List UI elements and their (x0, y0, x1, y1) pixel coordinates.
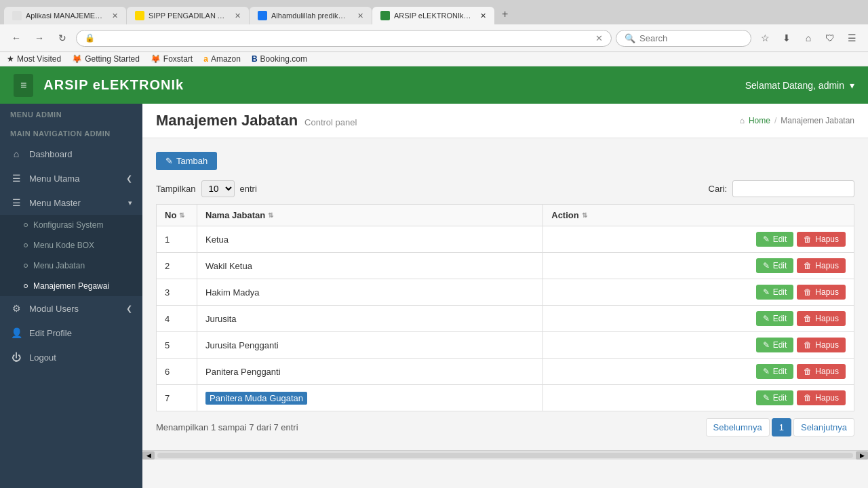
subitem-label-manajemen-pegawai: Manajemen Pegawai (33, 281, 109, 291)
cell-no: 4 (157, 306, 197, 332)
cell-action: ✎ Edit 🗑 Hapus (543, 253, 854, 279)
sidebar-item-menu-master[interactable]: ☰ Menu Master ▾ (0, 190, 142, 215)
bookmark-foxstart[interactable]: 🦊 Foxstart (151, 54, 193, 64)
page-1-button[interactable]: 1 (772, 418, 791, 436)
table-row: 6Panitera Pengganti ✎ Edit 🗑 Hapus (157, 359, 854, 385)
search-input[interactable] (639, 33, 743, 43)
sidebar-subitem-konfigurasi[interactable]: Konfigurasi System (0, 215, 142, 235)
bookmark-star-icon[interactable]: ☆ (755, 28, 774, 47)
tab-label-3: Alhamdulillah predikat A "E"... (271, 12, 349, 20)
edit-icon-4: ✎ (763, 314, 770, 323)
cell-nama-jabatan: Panitera Muda Gugatan (197, 385, 543, 411)
pagination: Sebelumnya 1 Selanjutnya (706, 418, 854, 436)
content-body: ✎ Tambah Tampilkan 10 25 50 entri (142, 138, 868, 450)
hapus-button-7[interactable]: 🗑 Hapus (797, 390, 846, 405)
page-subtitle: Control panel (304, 117, 357, 127)
edit-button-5[interactable]: ✎ Edit (756, 338, 794, 352)
entries-select[interactable]: 10 25 50 (201, 180, 235, 197)
hapus-button-4[interactable]: 🗑 Hapus (797, 311, 846, 326)
forward-button[interactable]: → (30, 28, 49, 47)
bookmark-booking[interactable]: B Booking.com (252, 54, 307, 64)
scroll-left-button[interactable]: ◀ (142, 451, 155, 460)
edit-icon-6: ✎ (763, 367, 770, 376)
prev-page-button[interactable]: Sebelumnya (706, 418, 770, 436)
sidebar-label-menu-utama: Menu Utama (29, 174, 79, 184)
sort-icon-nama: ⇅ (268, 211, 273, 219)
sidebar-item-edit-profile[interactable]: 👤 Edit Profile (0, 321, 142, 345)
address-input[interactable]: localhost/app_arsip/pegawai (99, 33, 591, 43)
search-label: Cari: (709, 184, 727, 194)
next-page-button[interactable]: Selanjutnya (793, 418, 854, 436)
bookmark-amazon[interactable]: a Amazon (203, 54, 241, 64)
sidebar-item-dashboard[interactable]: ⌂ Dashboard (0, 142, 142, 166)
edit-button-7[interactable]: ✎ Edit (756, 390, 794, 405)
sidebar-subitem-menu-jabatan[interactable]: Menu Jabatan (0, 256, 142, 276)
tab-close-2[interactable]: ✕ (235, 12, 241, 20)
browser-tab-2[interactable]: SIPP PENGADILAN AGAMA ✕ (127, 7, 249, 24)
cell-no: 3 (157, 279, 197, 306)
menu-icon[interactable]: ☰ (842, 28, 861, 47)
hapus-button-3[interactable]: 🗑 Hapus (797, 285, 846, 300)
lock-icon: 🔒 (85, 33, 95, 43)
reload-button[interactable]: ↻ (53, 28, 72, 47)
edit-button-2[interactable]: ✎ Edit (756, 258, 794, 273)
edit-button-3[interactable]: ✎ Edit (756, 285, 794, 300)
tab-close-4[interactable]: ✕ (480, 12, 486, 20)
app-wrapper: ≡ ARSIP eLEKTRONIk Selamat Datang, admin… (0, 66, 868, 488)
cell-nama-jabatan: Hakim Madya (197, 279, 543, 306)
hapus-button-6[interactable]: 🗑 Hapus (797, 364, 846, 379)
cell-action: ✎ Edit 🗑 Hapus (543, 306, 854, 332)
home-icon[interactable]: ⌂ (799, 28, 818, 47)
bookmark-booking-icon: B (252, 54, 258, 64)
new-tab-button[interactable]: + (495, 4, 515, 24)
hapus-button-1[interactable]: 🗑 Hapus (797, 232, 846, 247)
downloads-icon[interactable]: ⬇ (777, 28, 796, 47)
menu-master-arrow: ▾ (128, 199, 132, 207)
tab-favicon-2 (135, 11, 144, 20)
table-search-input[interactable] (732, 180, 854, 197)
add-button[interactable]: ✎ Tambah (156, 152, 217, 170)
sidebar-item-logout[interactable]: ⏻ Logout (0, 345, 142, 369)
menu-master-icon: ☰ (10, 197, 22, 208)
sidebar-item-menu-utama[interactable]: ☰ Menu Utama ❮ (0, 166, 142, 190)
bookmark-getting-started[interactable]: 🦊 Getting Started (72, 54, 140, 64)
sidebar-label-logout: Logout (29, 352, 56, 363)
sidebar-toggle-button[interactable]: ≡ (14, 74, 33, 97)
browser-tab-3[interactable]: Alhamdulillah predikat A "E"... ✕ (250, 7, 372, 24)
dashboard-icon: ⌂ (10, 148, 22, 159)
cell-no: 7 (157, 385, 197, 411)
edit-button-1[interactable]: ✎ Edit (756, 232, 794, 247)
edit-button-4[interactable]: ✎ Edit (756, 311, 794, 326)
toolbar-icons: ☆ ⬇ ⌂ 🛡 ☰ (755, 28, 861, 47)
scroll-right-button[interactable]: ▶ (856, 451, 868, 460)
sidebar-item-modul-users[interactable]: ⚙ Modul Users ❮ (0, 296, 142, 321)
sidebar-subitem-manajemen-pegawai[interactable]: Manajemen Pegawai (0, 276, 142, 296)
subitem-label-kode-box: Menu Kode BOX (33, 241, 94, 250)
bookmark-most-visited[interactable]: ★ Most Visited (7, 54, 61, 64)
hapus-button-2[interactable]: 🗑 Hapus (797, 258, 846, 273)
tab-label-2: SIPP PENGADILAN AGAMA (149, 12, 226, 20)
modul-users-icon: ⚙ (10, 303, 22, 314)
browser-tab-1[interactable]: Aplikasi MANAJEMEN PERADIL... ✕ (4, 7, 126, 24)
shield-icon[interactable]: 🛡 (821, 28, 840, 47)
menu-admin-label: MENU ADMIN (0, 104, 142, 123)
breadcrumb-home-link[interactable]: Home (749, 116, 770, 125)
tab-favicon-1 (12, 11, 22, 20)
subitem-label-menu-jabatan: Menu Jabatan (33, 261, 85, 270)
app-body: MENU ADMIN MAIN NAVIGATION ADMIN ⌂ Dashb… (0, 104, 868, 488)
sidebar-subitem-kode-box[interactable]: Menu Kode BOX (0, 235, 142, 256)
browser-tab-4[interactable]: ARSIP eLEKTRONIk Peradila... ✕ (372, 7, 494, 24)
clear-address-icon[interactable]: ✕ (595, 33, 603, 43)
sidebar-submenu: Konfigurasi System Menu Kode BOX Menu Ja… (0, 215, 142, 296)
hapus-button-5[interactable]: 🗑 Hapus (797, 338, 846, 352)
dropdown-arrow-icon[interactable]: ▾ (850, 80, 854, 91)
tab-close-1[interactable]: ✕ (112, 12, 118, 20)
table-info: Menampilkan 1 sampai 7 dari 7 entri (156, 422, 298, 432)
header-welcome: Selamat Datang, admin ▾ (745, 80, 854, 91)
edit-button-6[interactable]: ✎ Edit (756, 364, 794, 379)
jabatan-table: No ⇅ Nama Jabatan ⇅ (156, 204, 854, 411)
back-button[interactable]: ← (7, 28, 26, 47)
breadcrumb-home-icon: ⌂ (740, 116, 745, 125)
cell-action: ✎ Edit 🗑 Hapus (543, 385, 854, 411)
tab-close-3[interactable]: ✕ (357, 12, 363, 20)
